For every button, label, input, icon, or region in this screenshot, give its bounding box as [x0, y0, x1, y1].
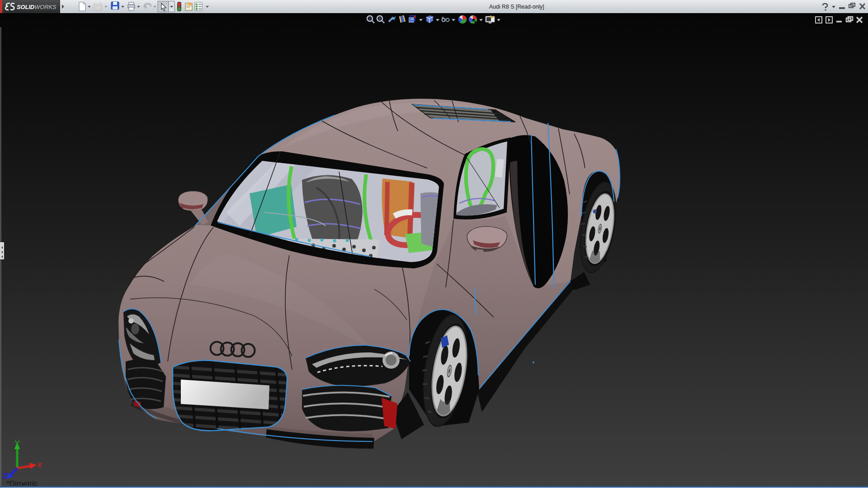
svg-text:SOLIDWORKS: SOLIDWORKS [17, 4, 57, 10]
